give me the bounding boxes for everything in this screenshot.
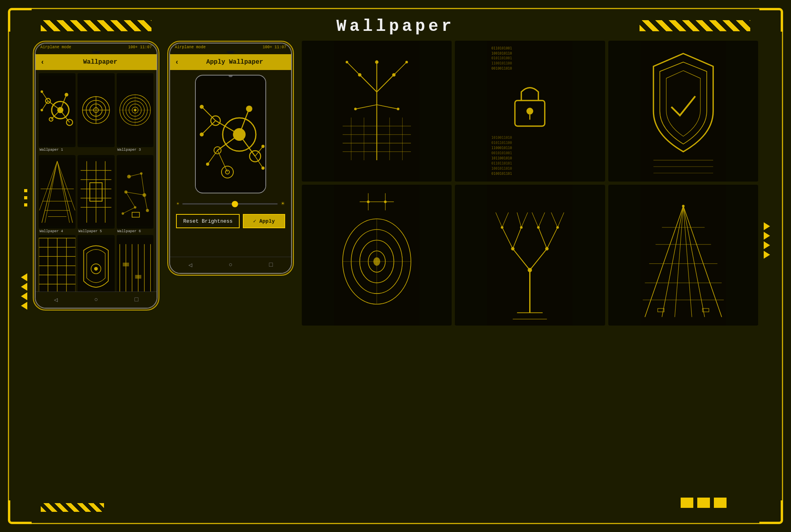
wallpaper-thumb-9[interactable] [117,235,153,292]
gallery-item-perspective[interactable] [608,185,758,326]
arrow-left-2 [21,283,27,291]
phone1-wallpaper-grid: Wallpaper 1 [36,70,157,292]
wallpaper-thumb-3[interactable] [117,73,153,147]
arrow-left-decoration [21,273,27,310]
svg-point-128 [346,61,348,63]
svg-text:1100101100: 1100101100 [492,61,512,65]
phone2-recent-nav[interactable]: □ [269,261,273,269]
brightness-row: ☀ ☀ [170,198,291,211]
gallery-item-tree[interactable] [455,185,605,326]
wallpaper-3-svg [117,73,153,147]
gallery-item-lock[interactable]: 0110101001 1001010110 0101101001 1100101… [455,41,605,182]
dot-1 [24,189,27,192]
apply-button[interactable]: ✓ Apply [243,214,285,228]
wallpaper-thumb-8[interactable] [78,235,114,292]
gallery-item-target[interactable] [302,185,452,326]
phone2-header-title: Apply Wallpaper [183,59,286,66]
phone2-back-button[interactable]: ‹ [175,58,179,66]
wallpaper-thumb-6[interactable] [117,155,153,229]
phone2-nav: ◁ ○ □ [170,257,291,273]
phone2-home-nav[interactable]: ○ [229,261,233,269]
phone2-back-nav[interactable]: ◁ [188,261,192,269]
phone1-back-nav[interactable]: ◁ [54,296,58,304]
phone2-spacer [170,233,291,257]
arrow-right-3 [764,241,770,249]
svg-text:0010101001: 0010101001 [492,151,512,155]
hazard-stripe-bl [41,503,104,512]
phone1-body: Airplane mode 100+ 11:07 ‹ Wallpaper [35,43,157,309]
wallpaper-thumb-2[interactable] [78,73,114,147]
arrow-left-3 [21,292,27,300]
svg-text:0100101101: 0100101101 [492,172,512,176]
phone1-recent-nav[interactable]: □ [134,296,138,303]
svg-point-103 [246,106,252,112]
svg-text:0110110101: 0110110101 [492,161,512,165]
wallpaper-6-svg [117,155,153,229]
wallpaper-row-1: Wallpaper 1 [39,73,153,153]
gallery-item-shield[interactable] [608,41,758,182]
svg-text:1001011010: 1001011010 [492,167,512,170]
gallery-shield-svg [608,41,758,182]
wallpaper-cell-5: Wallpaper 5 [78,155,114,234]
phone1-outer: Airplane mode 100+ 11:07 ‹ Wallpaper [33,41,159,310]
dot-3 [24,203,27,206]
wallpaper-3-label: Wallpaper 3 [117,148,153,152]
reset-brightness-button[interactable]: Reset Brightness [176,214,240,228]
phone1-back-button[interactable]: ‹ [40,58,45,66]
wallpaper-cell-7 [39,235,76,292]
wallpaper-thumb-5[interactable] [78,155,114,229]
svg-rect-92 [135,275,141,278]
svg-point-110 [206,163,209,166]
phone2-header: ‹ Apply Wallpaper [170,54,291,70]
arrow-left-4 [21,302,27,310]
gallery-item-hand[interactable] [302,41,452,182]
content-area: Airplane mode 100+ 11:07 ‹ Wallpaper [33,41,758,503]
phone1-header: ‹ Wallpaper [36,54,157,70]
phone2-status-bar: Airplane mode 100+ 11:07 [170,44,291,51]
wallpaper-4-label: Wallpaper 4 [39,229,76,233]
gallery-hand-svg [302,41,452,182]
apply-buttons: Reset Brightness ✓ Apply [170,211,291,233]
svg-point-172 [367,201,369,203]
svg-rect-31 [39,158,76,225]
phone1-notch-area [36,51,157,54]
svg-point-196 [556,226,559,229]
phone2-battery-time: 100+ 11:07 [263,45,286,49]
gallery-target-svg [302,185,452,326]
phone1-home-nav[interactable]: ○ [94,296,98,303]
svg-text:1011001010: 1011001010 [492,156,512,160]
arrow-right-1 [764,222,770,230]
brightness-max-icon: ☀ [281,200,285,208]
wallpaper-8-svg [78,235,114,292]
wallpaper-thumb-4[interactable] [39,155,76,229]
svg-text:0101101100: 0101101100 [492,141,512,145]
svg-point-173 [384,201,386,203]
svg-point-116 [261,145,265,148]
preview-phone-inner [195,75,266,193]
wallpaper-thumb-1[interactable] [39,73,76,147]
wallpaper-thumb-7[interactable] [39,235,76,292]
wallpaper-9-svg [117,235,153,292]
brightness-thumb[interactable] [232,201,238,207]
svg-text:1010011010: 1010011010 [492,136,512,140]
brightness-track[interactable] [182,203,278,204]
svg-point-14 [41,109,43,111]
svg-point-107 [200,133,204,136]
brightness-min-icon: ☀ [176,201,179,207]
gallery-perspective-svg [608,185,758,326]
corner-bl [8,500,32,524]
wallpaper-6-label: Wallpaper 6 [117,229,153,233]
phone1-battery-time: 100+ 11:07 [128,45,152,49]
svg-point-10 [64,93,68,97]
svg-text:0101101001: 0101101001 [492,56,512,60]
svg-text:1100010110: 1100010110 [492,146,512,150]
svg-point-126 [358,73,361,77]
arrow-right-4 [764,251,770,259]
svg-rect-84 [117,238,153,292]
wallpaper-cell-2 [78,73,114,153]
svg-point-194 [520,226,522,229]
arrow-left-1 [21,273,27,281]
phone2-notch-area [170,51,291,54]
wallpaper-cell-8 [78,235,114,292]
wallpaper-5-svg [78,155,114,229]
